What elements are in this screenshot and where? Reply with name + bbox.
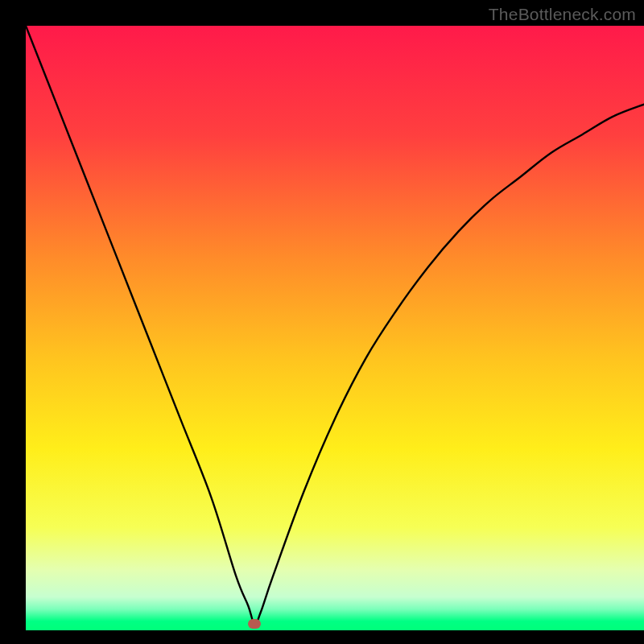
chart-stage: TheBottleneck.com [0,0,644,644]
svg-rect-0 [26,26,644,630]
bottleneck-gradient-background [26,26,644,630]
watermark-text: TheBottleneck.com [489,5,636,24]
plot-area [26,26,644,630]
bottleneck-marker [248,619,261,629]
